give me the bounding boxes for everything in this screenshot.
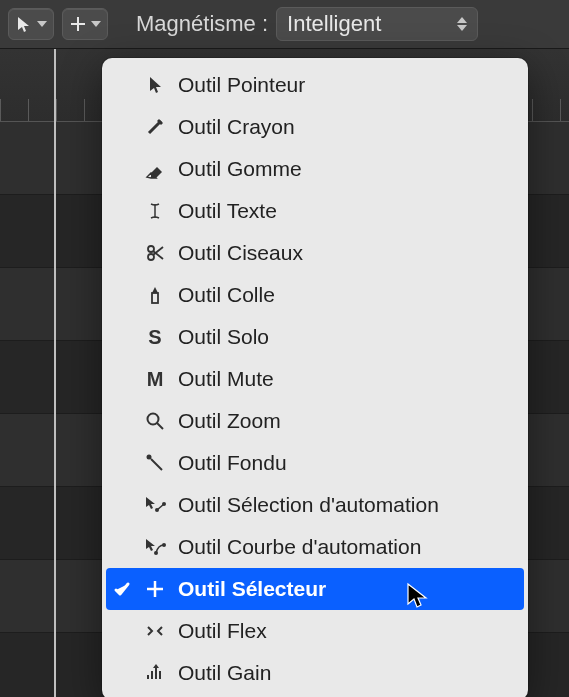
menu-item-automation-select[interactable]: Outil Sélection d'automation (102, 484, 528, 526)
svg-marker-32 (153, 664, 159, 668)
svg-point-15 (148, 414, 159, 425)
checkmark-slot (112, 580, 132, 598)
menu-item-label: Outil Crayon (178, 115, 295, 139)
pointer-icon (15, 15, 33, 33)
menu-item-flex[interactable]: Outil Flex (102, 610, 528, 652)
menu-item-scissors[interactable]: Outil Ciseaux (102, 232, 528, 274)
menu-item-pointer[interactable]: Outil Pointeur (102, 64, 528, 106)
chevron-down-icon (37, 21, 47, 27)
menu-item-glue[interactable]: Outil Colle (102, 274, 528, 316)
chevron-down-icon (91, 21, 101, 27)
svg-point-17 (147, 455, 152, 460)
svg-line-16 (157, 423, 163, 429)
svg-marker-14 (152, 287, 158, 293)
menu-item-label: Outil Gomme (178, 157, 302, 181)
automation-curve-icon (142, 537, 168, 557)
menu-item-eraser[interactable]: Outil Gomme (102, 148, 528, 190)
menu-item-text[interactable]: Outil Texte (102, 190, 528, 232)
flex-icon (142, 621, 168, 641)
menu-item-label: Outil Ciseaux (178, 241, 303, 265)
menu-item-zoom[interactable]: Outil Zoom (102, 400, 528, 442)
menu-item-label: Outil Sélection d'automation (178, 493, 439, 517)
svg-marker-0 (18, 17, 29, 32)
left-click-tool-button[interactable] (8, 8, 54, 40)
svg-rect-13 (152, 293, 158, 303)
menu-item-label: Outil Colle (178, 283, 275, 307)
crosshair-icon (69, 15, 87, 33)
gain-icon (142, 663, 168, 683)
menu-item-label: Outil Fondu (178, 451, 287, 475)
pencil-icon (142, 117, 168, 137)
menu-item-label: Outil Pointeur (178, 73, 305, 97)
menu-item-gain[interactable]: Outil Gain (102, 652, 528, 694)
svg-line-22 (157, 504, 164, 510)
svg-marker-6 (151, 167, 162, 178)
tool-menu-popup: Outil PointeurOutil CrayonOutil GommeOut… (102, 58, 528, 697)
menu-item-fade[interactable]: Outil Fondu (102, 442, 528, 484)
menu-item-marquee[interactable]: Outil Sélecteur (106, 568, 524, 610)
menu-item-label: Outil Gain (178, 661, 271, 685)
snap-mode-select[interactable]: Intelligent (276, 7, 478, 41)
menu-item-label: Outil Flex (178, 619, 267, 643)
menu-item-solo[interactable]: SOutil Solo (102, 316, 528, 358)
svg-marker-19 (146, 497, 155, 509)
menu-item-label: Outil Sélecteur (178, 577, 326, 601)
checkmark-icon (113, 580, 131, 598)
menu-item-label: Outil Zoom (178, 409, 281, 433)
menu-item-label: Outil Texte (178, 199, 277, 223)
menu-item-label: Outil Mute (178, 367, 274, 391)
glue-icon (142, 285, 168, 305)
menu-item-label: Outil Solo (178, 325, 269, 349)
toolbar: Magnétisme : Intelligent (0, 0, 569, 49)
snap-label: Magnétisme : (136, 11, 268, 37)
mute-icon: M (142, 368, 168, 391)
menu-item-mute[interactable]: MOutil Mute (102, 358, 528, 400)
cmd-click-tool-button[interactable] (62, 8, 108, 40)
svg-line-18 (151, 459, 162, 470)
pointer-icon (142, 75, 168, 95)
menu-item-label: Outil Courbe d'automation (178, 535, 421, 559)
svg-marker-23 (146, 539, 155, 551)
menu-item-automation-curve[interactable]: Outil Courbe d'automation (102, 526, 528, 568)
fade-icon (142, 453, 168, 473)
updown-stepper-icon (457, 17, 467, 31)
automation-select-icon (142, 495, 168, 515)
scissors-icon (142, 243, 168, 263)
playhead[interactable] (54, 49, 56, 697)
eraser-icon (142, 159, 168, 179)
marquee-icon (142, 579, 168, 599)
text-icon (142, 201, 168, 221)
zoom-icon (142, 411, 168, 431)
snap-mode-value: Intelligent (287, 11, 381, 37)
menu-item-pencil[interactable]: Outil Crayon (102, 106, 528, 148)
svg-marker-3 (150, 77, 161, 93)
solo-icon: S (142, 326, 168, 349)
